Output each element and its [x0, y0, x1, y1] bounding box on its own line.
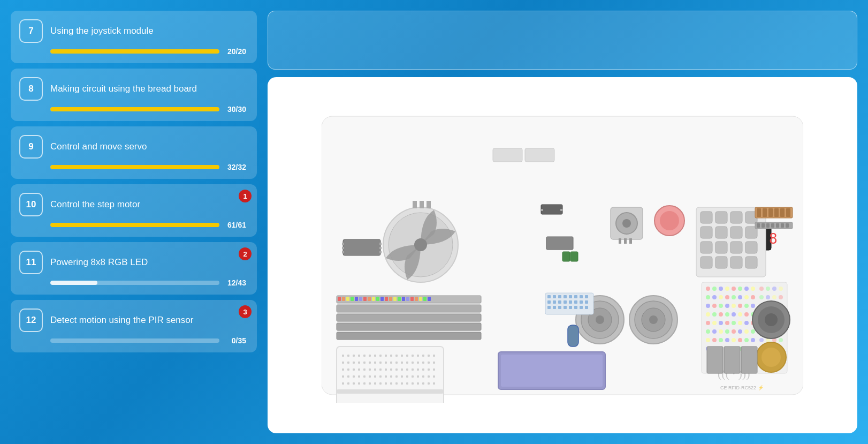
svg-point-194: [732, 304, 736, 308]
svg-rect-107: [422, 375, 424, 378]
svg-rect-308: [558, 300, 561, 304]
svg-rect-130: [337, 305, 481, 312]
svg-rect-157: [701, 212, 712, 223]
svg-point-211: [738, 321, 742, 325]
svg-point-34: [649, 315, 658, 324]
svg-rect-6: [427, 201, 431, 208]
svg-rect-315: [553, 306, 556, 309]
svg-rect-87: [412, 368, 414, 371]
svg-rect-64: [385, 362, 387, 364]
badge-12: 3: [239, 305, 252, 318]
svg-rect-126: [428, 382, 430, 385]
svg-rect-110: [342, 382, 344, 385]
svg-rect-9: [342, 247, 344, 249]
lesson-number-box-12: 12: [19, 308, 43, 332]
svg-point-190: [706, 304, 710, 308]
svg-rect-112: [353, 382, 355, 385]
svg-rect-288: [771, 223, 774, 228]
svg-rect-119: [390, 382, 392, 385]
board-container: 8.8:8.8: [278, 88, 847, 423]
svg-point-174: [706, 287, 710, 291]
svg-point-228: [744, 338, 749, 342]
svg-rect-138: [355, 297, 358, 301]
svg-rect-69: [412, 362, 414, 364]
svg-point-265: [779, 338, 783, 342]
svg-rect-81: [379, 368, 382, 371]
svg-point-216: [719, 329, 723, 334]
svg-rect-145: [385, 297, 388, 301]
top-bar: [268, 11, 857, 70]
lesson-sidebar: 7 Using the joystick module 20/20 8 Maki…: [11, 11, 257, 433]
svg-rect-322: [568, 325, 578, 347]
svg-rect-303: [574, 295, 577, 298]
svg-rect-299: [553, 295, 556, 298]
svg-point-224: [719, 338, 723, 342]
svg-rect-313: [585, 300, 588, 304]
svg-rect-134: [338, 297, 341, 301]
progress-bar-fill-11: [50, 281, 97, 285]
svg-rect-291: [786, 223, 789, 228]
svg-point-202: [732, 312, 736, 317]
svg-rect-72: [428, 362, 430, 364]
svg-rect-144: [380, 297, 384, 301]
svg-rect-280: [768, 208, 773, 217]
progress-bar-bg-7: [50, 49, 219, 54]
svg-point-195: [738, 304, 742, 308]
lesson-card-12[interactable]: 3 12 Detect motion using the PIR sensor …: [11, 300, 257, 352]
svg-rect-172: [745, 257, 757, 268]
progress-label-10: 61/61: [225, 221, 246, 229]
svg-point-204: [744, 312, 749, 317]
progress-bar-bg-8: [50, 107, 219, 111]
svg-rect-104: [406, 375, 408, 378]
svg-point-203: [738, 312, 742, 317]
svg-point-209: [725, 321, 729, 325]
svg-rect-61: [369, 362, 371, 364]
svg-rect-89: [422, 368, 424, 371]
svg-rect-21: [624, 238, 627, 244]
svg-rect-139: [359, 297, 362, 301]
svg-rect-45: [379, 355, 382, 357]
svg-point-229: [751, 338, 755, 342]
svg-point-227: [738, 338, 742, 342]
svg-rect-295: [541, 209, 543, 211]
svg-rect-113: [358, 382, 360, 385]
svg-rect-74: [342, 368, 344, 371]
svg-rect-166: [715, 242, 727, 253]
lesson-card-10[interactable]: 1 10 Control the step motor 61/61: [11, 184, 257, 237]
lesson-header-8: 8 Making circuit using the bread board: [19, 77, 246, 101]
svg-point-206: [706, 321, 710, 325]
svg-point-179: [738, 287, 742, 291]
svg-rect-147: [393, 297, 397, 301]
svg-rect-90: [428, 368, 430, 371]
svg-point-274: [762, 348, 781, 367]
svg-rect-111: [347, 382, 349, 385]
svg-rect-114: [363, 382, 366, 385]
lesson-card-7[interactable]: 7 Using the joystick module 20/20: [11, 11, 257, 63]
svg-point-207: [712, 321, 717, 325]
progress-label-9: 32/32: [225, 163, 246, 171]
svg-rect-59: [358, 362, 360, 364]
lesson-header-9: 9 Control and move servo: [19, 135, 246, 159]
svg-rect-52: [417, 355, 419, 357]
svg-rect-150: [406, 297, 409, 301]
svg-rect-314: [547, 306, 551, 309]
lesson-title-10: Control the step motor: [50, 199, 246, 210]
svg-rect-162: [715, 227, 727, 238]
lesson-title-8: Making circuit using the bread board: [50, 84, 246, 94]
svg-rect-304: [580, 295, 583, 298]
svg-rect-170: [715, 257, 727, 268]
lesson-card-11[interactable]: 2 11 Powering 8x8 RGB LED 12/43: [11, 242, 257, 295]
svg-point-186: [732, 295, 736, 299]
progress-row-12: 0/35: [19, 336, 246, 345]
svg-point-220: [744, 329, 749, 334]
svg-rect-11: [379, 243, 382, 245]
svg-rect-93: [347, 375, 349, 378]
svg-rect-165: [701, 242, 712, 253]
svg-rect-287: [766, 223, 770, 228]
svg-rect-151: [410, 297, 414, 301]
lesson-card-9[interactable]: 9 Control and move servo 32/32: [11, 126, 257, 179]
svg-point-223: [712, 338, 717, 342]
svg-point-198: [706, 312, 710, 317]
lesson-card-8[interactable]: 8 Making circuit using the bread board 3…: [11, 69, 257, 121]
svg-rect-88: [417, 368, 419, 371]
